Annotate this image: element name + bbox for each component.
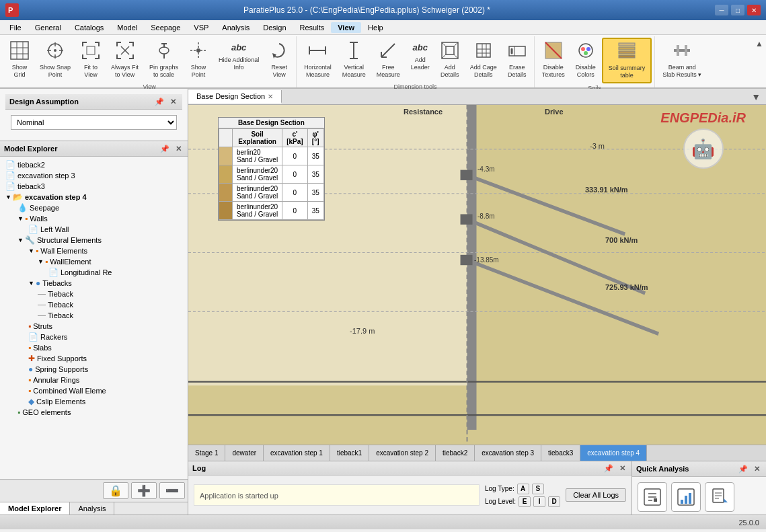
tree-item-tieback-b[interactable]: — Tieback bbox=[3, 299, 185, 310]
stage-tab-tieback2[interactable]: tieback2 bbox=[436, 445, 475, 461]
lock-button[interactable]: 🔒 bbox=[103, 482, 128, 499]
tree-item-slabs[interactable]: ▪ Slabs bbox=[3, 342, 185, 353]
menu-design[interactable]: Design bbox=[256, 22, 293, 33]
stage-tab-tieback1[interactable]: tieback1 bbox=[330, 445, 369, 461]
show-snap-button[interactable]: Show SnapPoint bbox=[35, 38, 75, 82]
beam-slab-button[interactable]: Beam andSlab Results ▾ bbox=[658, 38, 706, 82]
tree-item-combined[interactable]: ▪ Combined Wall Eleme bbox=[3, 385, 185, 396]
add-button[interactable]: ➕ bbox=[131, 482, 157, 499]
tree-item-tieback3[interactable]: 📄 tieback3 bbox=[3, 181, 185, 192]
model-close-icon[interactable]: ✕ bbox=[173, 143, 184, 154]
model-pin-icon[interactable]: 📌 bbox=[159, 143, 170, 154]
menu-analysis[interactable]: Analysis bbox=[215, 22, 256, 33]
soil-color-3 bbox=[219, 184, 233, 202]
stage-tab-dewater[interactable]: dewater bbox=[225, 445, 264, 461]
base-design-tab[interactable]: Base Design Section ✕ bbox=[188, 90, 282, 104]
tree-item-fixed[interactable]: ✚ Fixed Supports bbox=[3, 353, 185, 364]
pin-icon[interactable]: 📌 bbox=[154, 96, 165, 107]
vertical-measure-label: VerticalMeasure bbox=[342, 64, 366, 79]
stage-tab-tieback3[interactable]: tieback3 bbox=[541, 445, 580, 461]
qa-report-button[interactable] bbox=[705, 482, 734, 512]
log-type-A[interactable]: A bbox=[517, 484, 529, 494]
log-level-I[interactable]: I bbox=[533, 496, 545, 507]
tree-item-longitudinal[interactable]: 📄 Longitudinal Re bbox=[3, 267, 185, 278]
tree-item-struts[interactable]: ▪ Struts bbox=[3, 321, 185, 332]
model-explorer-tab[interactable]: Model Explorer bbox=[0, 502, 70, 515]
tree-item-cslip[interactable]: ◆ Cslip Elements bbox=[3, 396, 185, 407]
remove-button[interactable]: ➖ bbox=[159, 482, 185, 499]
menu-file[interactable]: File bbox=[3, 22, 28, 33]
tree-item-left-wall[interactable]: 📄 Left Wall bbox=[3, 224, 185, 235]
base-design-close[interactable]: ✕ bbox=[268, 93, 273, 100]
tree-item-geo[interactable]: ▪ GEO elements bbox=[3, 407, 185, 418]
tree-item-structural[interactable]: ▼ 🔧 Structural Elements bbox=[3, 235, 185, 245]
close-panel-icon[interactable]: ✕ bbox=[167, 96, 178, 107]
tree-item-walls[interactable]: ▼ ▪ Walls bbox=[3, 213, 185, 224]
log-level-E[interactable]: E bbox=[519, 496, 531, 507]
ribbon-collapse-button[interactable]: ▲ bbox=[755, 39, 763, 48]
fit-view-button[interactable]: Fit toView bbox=[77, 38, 105, 82]
close-button[interactable]: ✕ bbox=[747, 5, 761, 15]
log-close-icon[interactable]: ✕ bbox=[617, 463, 627, 473]
stage-tab-exc3[interactable]: excavation step 3 bbox=[475, 445, 541, 461]
stage-tab-exc4[interactable]: excavation step 4 bbox=[580, 445, 647, 461]
hide-additional-button[interactable]: abc Hide AdditionalInfo bbox=[214, 38, 264, 74]
stage-tab-exc2[interactable]: excavation step 2 bbox=[369, 445, 436, 461]
tree-item-tiebacks[interactable]: ▼ ● Tiebacks bbox=[3, 278, 185, 289]
minimize-button[interactable]: ─ bbox=[715, 5, 728, 15]
menu-general[interactable]: General bbox=[28, 22, 68, 33]
rackers-label: Rackers bbox=[40, 333, 67, 341]
horizontal-measure-button[interactable]: HorizontalMeasure bbox=[299, 38, 336, 82]
stage-tab-1[interactable]: Stage 1 bbox=[188, 445, 225, 461]
reset-view-button[interactable]: ResetView bbox=[265, 38, 293, 82]
tree-item-tieback-a[interactable]: — Tieback bbox=[3, 289, 185, 299]
tree-item-excavation4[interactable]: ▼ 📂 excavation step 4 bbox=[3, 192, 185, 202]
always-fit-button[interactable]: Always Fitto View bbox=[106, 38, 143, 82]
stage-tab-exc1[interactable]: excavation step 1 bbox=[264, 445, 330, 461]
menu-catalogs[interactable]: Catalogs bbox=[68, 22, 110, 33]
disable-textures-button[interactable]: DisableTextures bbox=[537, 38, 570, 82]
add-cage-button[interactable]: Add CageDetails bbox=[465, 38, 502, 82]
qa-results-button[interactable] bbox=[671, 482, 701, 512]
tree-item-tieback-c[interactable]: — Tieback bbox=[3, 310, 185, 321]
pin-graphs-button[interactable]: Pin graphsto scale bbox=[145, 38, 183, 82]
clear-logs-button[interactable]: Clear All Logs bbox=[566, 488, 626, 502]
tree-item-rackers[interactable]: 📄 Rackers bbox=[3, 332, 185, 342]
menu-results[interactable]: Results bbox=[293, 22, 332, 33]
menu-vsp[interactable]: VSP bbox=[187, 22, 215, 33]
add-details-button[interactable]: AddDetails bbox=[436, 38, 464, 82]
tieback-c-label: Tieback bbox=[48, 311, 73, 319]
analysis-tab[interactable]: Analysis bbox=[70, 502, 114, 515]
menu-help[interactable]: Help bbox=[361, 22, 390, 33]
soil-row-3: berlinunder20Sand / Gravel 0 35 bbox=[219, 184, 324, 202]
menu-view[interactable]: View bbox=[331, 22, 361, 33]
show-grid-button[interactable]: ShowGrid bbox=[5, 38, 34, 82]
tree-item-wall-element[interactable]: ▼ ▪ WallElement bbox=[3, 256, 185, 267]
design-assumption-select[interactable]: Nominal Ultimate Serviceability bbox=[11, 115, 177, 130]
tree-item-seepage[interactable]: 💧 Seepage bbox=[3, 202, 185, 213]
menu-seepage[interactable]: Seepage bbox=[144, 22, 187, 33]
tree-item-annular[interactable]: ▪ Annular Rings bbox=[3, 375, 185, 385]
add-leader-button[interactable]: abc AddLeader bbox=[406, 38, 434, 74]
tree-item-spring[interactable]: ● Spring Supports bbox=[3, 364, 185, 375]
log-pin-icon[interactable]: 📌 bbox=[603, 463, 614, 473]
qa-pin-icon[interactable]: 📌 bbox=[738, 463, 749, 474]
tree-item-tieback2[interactable]: 📄 tieback2 bbox=[3, 159, 185, 170]
log-level-D[interactable]: D bbox=[548, 496, 560, 507]
tree-item-excavation3[interactable]: 📄 excavation step 3 bbox=[3, 170, 185, 181]
qa-close-icon[interactable]: ✕ bbox=[751, 463, 762, 474]
tab-expand-button[interactable]: ▼ bbox=[746, 91, 766, 102]
log-type-S[interactable]: S bbox=[532, 484, 544, 494]
menu-model[interactable]: Model bbox=[110, 22, 144, 33]
tree-item-wall-elements[interactable]: ▼ ▪ Wall Elements bbox=[3, 245, 185, 256]
show-grid-label: ShowGrid bbox=[12, 64, 28, 79]
vertical-measure-button[interactable]: VerticalMeasure bbox=[338, 38, 371, 82]
disable-colors-button[interactable]: DisableColors bbox=[571, 38, 601, 82]
maximize-button[interactable]: □ bbox=[731, 5, 744, 15]
soil-summary-button[interactable]: Soil summarytable bbox=[602, 38, 652, 83]
free-measure-button[interactable]: FreeMeasure bbox=[372, 38, 405, 82]
erase-details-button[interactable]: EraseDetails bbox=[503, 38, 531, 82]
qa-calc-button[interactable] bbox=[638, 482, 667, 512]
show-point-button[interactable]: ShowPoint bbox=[184, 38, 213, 82]
depth-label-3: -8.8m bbox=[477, 213, 495, 220]
